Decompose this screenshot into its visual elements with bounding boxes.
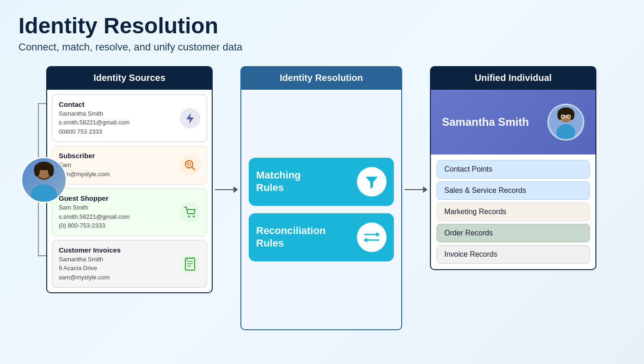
svg-marker-20 — [376, 232, 380, 237]
reconciliation-rules-card: ReconciliationRules — [249, 213, 394, 261]
unified-avatar — [547, 104, 584, 141]
svg-point-5 — [48, 164, 54, 176]
identity-resolution-header: Identity Resolution — [240, 66, 402, 90]
lightning-icon — [180, 108, 200, 129]
cart-icon — [180, 202, 200, 222]
svg-line-10 — [187, 162, 188, 163]
filter-icon — [357, 167, 386, 197]
unified-individual-header: Unified Individual — [430, 66, 596, 90]
record-invoice: Invoice Records — [436, 245, 590, 264]
page-title: Identity Resolution — [18, 14, 626, 38]
identity-sources-header: Identity Sources — [46, 66, 213, 90]
source-card-shopper: Guest Shopper Sam Smiths.smith.58221@gma… — [52, 188, 207, 236]
sources-body: Contact Samantha Smiths.smith.58221@gmai… — [46, 90, 213, 294]
arrow-sources-to-resolution — [213, 186, 240, 193]
record-order: Order Records — [436, 224, 590, 242]
arrow-shaft — [215, 189, 233, 191]
svg-point-12 — [193, 216, 195, 217]
reconciliation-rules-label: ReconciliationRules — [256, 225, 325, 249]
identity-resolution-body: MatchingRules ReconciliationRules — [240, 90, 402, 330]
search-icon — [180, 155, 200, 175]
avatar — [21, 157, 67, 203]
source-invoices-name: Customer Invoices — [59, 246, 180, 254]
svg-marker-6 — [186, 113, 194, 124]
unified-person-name: Samantha Smith — [442, 116, 529, 129]
source-card-invoices: Customer Invoices Samantha Smith9 Acacia… — [52, 240, 207, 288]
arrow-shaft-2 — [405, 189, 423, 191]
unified-person-card: Samantha Smith — [431, 90, 595, 154]
record-marketing: Marketing Records — [436, 203, 590, 221]
reconcile-icon — [357, 222, 386, 252]
source-subscriber-name: Subscriber — [59, 152, 180, 160]
arrow-head-2 — [423, 186, 428, 193]
svg-point-1 — [31, 184, 57, 202]
source-shopper-details: Sam Smiths.smith.58221@gmail.com(0) 800-… — [59, 203, 180, 230]
matching-rules-label: MatchingRules — [256, 169, 301, 194]
source-contact-details: Samantha Smiths.smith.58221@gmail.com008… — [59, 109, 180, 136]
svg-line-8 — [192, 167, 195, 170]
page-subtitle: Connect, match, resolve, and unify custo… — [18, 41, 626, 53]
svg-marker-22 — [363, 238, 367, 242]
unified-individual-column: Unified Individual Samantha Smith — [430, 66, 596, 270]
invoice-icon: $ — [180, 254, 200, 274]
source-subscriber-details: Samsam@mystyle.com — [59, 160, 180, 179]
svg-text:$: $ — [186, 259, 188, 261]
identity-sources-column: Identity Sources Contact Samantha Smiths… — [46, 66, 213, 294]
unified-individual-body: Samantha Smith — [430, 90, 596, 270]
svg-point-7 — [185, 160, 193, 168]
source-shopper-name: Guest Shopper — [59, 194, 180, 202]
source-invoices-details: Samantha Smith9 Acacia Drivesam@mystyle.… — [59, 255, 180, 282]
source-card-subscriber: Subscriber Samsam@mystyle.com — [52, 146, 207, 185]
diagram: Identity Sources Contact Samantha Smiths… — [18, 66, 626, 330]
svg-point-4 — [34, 164, 40, 176]
matching-rules-card: MatchingRules — [249, 158, 394, 206]
arrow-head — [233, 186, 238, 193]
source-card-contact: Contact Samantha Smiths.smith.58221@gmai… — [52, 94, 207, 142]
identity-resolution-column: Identity Resolution MatchingRules Reconc… — [240, 66, 402, 330]
svg-point-11 — [188, 216, 190, 217]
record-contact-points: Contact Points — [436, 160, 590, 179]
record-items: Contact Points Sales & Service Records M… — [431, 154, 595, 269]
svg-marker-18 — [366, 177, 378, 189]
record-sales-service: Sales & Service Records — [436, 181, 590, 200]
source-contact-name: Contact — [59, 100, 180, 108]
svg-point-9 — [188, 163, 190, 166]
arrow-resolution-to-unified — [402, 186, 430, 193]
